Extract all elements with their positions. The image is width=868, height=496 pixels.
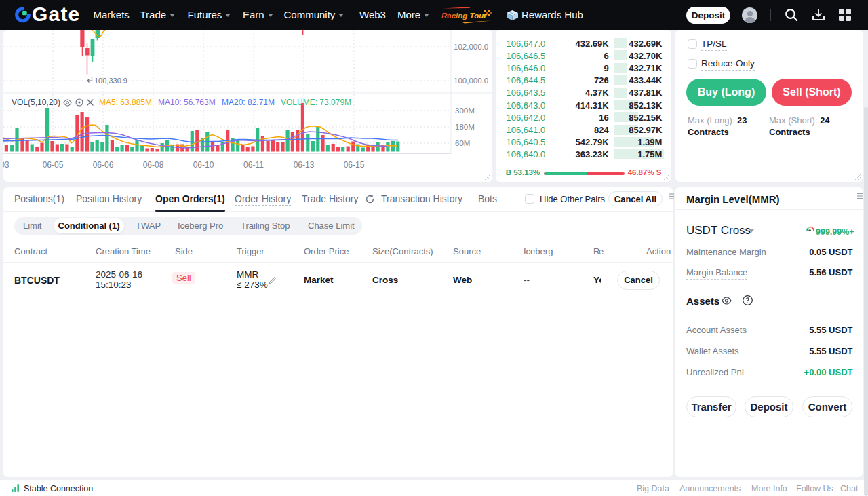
svg-text:Racing Tour: Racing Tour (441, 12, 487, 20)
svg-text:60M: 60M (455, 139, 470, 147)
svg-text:100,330.9: 100,330.9 (94, 77, 127, 85)
svg-text:06-08: 06-08 (143, 160, 164, 170)
svg-text:06-05: 06-05 (43, 160, 64, 170)
svg-text:06-11: 06-11 (243, 160, 264, 170)
svg-text:100,000.0: 100,000.0 (454, 77, 488, 85)
svg-text:06-13: 06-13 (294, 160, 315, 170)
svg-text:03: 03 (3, 160, 9, 170)
svg-text:06-10: 06-10 (193, 160, 214, 170)
svg-text:06-15: 06-15 (344, 160, 365, 170)
svg-text:180M: 180M (455, 123, 475, 131)
svg-text:102,000.0: 102,000.0 (454, 43, 488, 51)
svg-text:06-06: 06-06 (93, 160, 114, 170)
svg-text:300M: 300M (455, 107, 475, 115)
